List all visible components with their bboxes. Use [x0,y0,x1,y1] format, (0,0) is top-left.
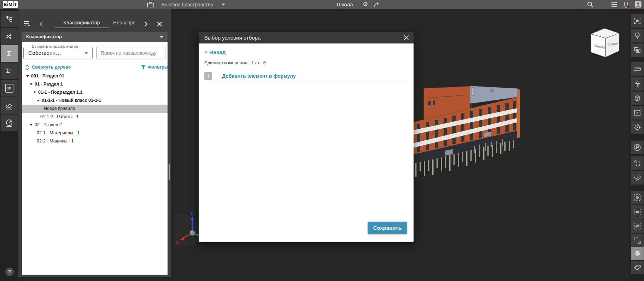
caret-down-icon[interactable] [30,124,33,126]
tree-node[interactable]: 01-1-1 - Новый класс 01-1-1 [22,96,168,105]
caret-down-icon[interactable] [30,83,33,85]
tool-vegetation[interactable] [631,29,644,42]
floorplan-icon [633,109,642,117]
tool-2d-view[interactable]: 2D [1,80,18,96]
tree-node-selected[interactable]: Новое правило [22,105,168,113]
tree-node[interactable]: 02-1 - Материалы - 1 [22,129,168,137]
tool-gauge[interactable] [1,115,18,131]
tool-select-similar[interactable] [631,43,644,57]
filters-link[interactable]: Фильтры [147,65,168,70]
tool-section-flash[interactable] [631,77,644,90]
axis-x-label: X [176,240,179,244]
tree-node[interactable]: 01 - Раздел 1 [22,80,168,88]
tool-select-object[interactable] [631,14,644,28]
tree-icon [633,31,642,40]
sigma-plus-icon: Σ+ [6,68,12,74]
cube-section-icon [633,94,642,103]
app-logo: BıMıT [3,1,18,8]
filter-icon[interactable] [141,65,146,70]
save-button[interactable]: Сохранить [368,222,407,234]
search-icon[interactable] [587,1,594,8]
tool-flag-point[interactable] [631,141,644,154]
section-caret-icon [160,36,163,38]
tool-isolate-box[interactable] [631,191,644,204]
list-icon[interactable] [611,2,618,7]
tool-hierarchy[interactable] [1,11,18,27]
topbar-divider-right [579,0,579,9]
bell-icon[interactable] [622,1,631,8]
tree-node[interactable]: 01-1 - Подраздел 1.1 [22,88,168,96]
select-similar-icon [633,46,642,54]
2d-icon: 2D [5,84,13,93]
tool-floorplan[interactable] [631,106,644,119]
selection-set-icon: S [633,159,642,167]
app-window: Справа Сзади Z X BıMıT Базовое пространс… [0,0,644,281]
project-name[interactable]: Школа.. [337,0,356,9]
tool-clear-selection[interactable] [631,234,644,247]
workspace-caret-icon[interactable] [222,4,225,6]
classifier-select[interactable]: Выбрать классификатор Собственн… [23,47,93,59]
tabs-next-icon[interactable] [143,21,148,27]
tree-node[interactable]: 001 - Раздел 01 [22,72,168,80]
ruler-icon [633,65,642,73]
flash-icon [633,80,642,88]
tool-orbit[interactable] [631,261,644,274]
orbit-icon [633,263,642,272]
gauge-icon [5,119,13,127]
tool-target[interactable] [631,121,644,134]
dialog-close-icon[interactable] [403,35,409,41]
tool-connections[interactable] [1,28,18,45]
add-element-row: + Добавить элемент в формулу [204,72,295,80]
tool-sum-add[interactable]: Σ+ [1,63,18,79]
classifier-select-value: Собственн… [28,47,61,59]
panel-menu-icon[interactable] [23,21,31,27]
workspace-selector[interactable]: Базовое пространство [162,0,213,9]
hierarchy-icon [5,15,13,23]
tool-selection-set[interactable]: S [631,156,644,170]
right-toolbar: S 1 2 [630,9,644,281]
unit-of-measure-line: Единица измерения - 1 шт⚙ [204,60,267,65]
back-link[interactable]: < Назад [204,49,226,55]
view-cube[interactable]: Справа Сзади [586,25,623,60]
tool-sum[interactable]: Σ [1,45,18,62]
building-model [412,81,521,185]
topbar-divider [158,0,158,9]
tree-node[interactable]: 02 - Раздел 2 [22,121,168,129]
panel-close-icon[interactable] [156,21,163,27]
tool-numbered-axes[interactable]: 1 2 [631,171,644,185]
tool-cube-section[interactable] [631,92,644,105]
gear-icon[interactable]: ⚙ [363,0,368,9]
axis-z-label: Z [191,211,193,216]
add-element-link[interactable]: Добавить элемент в формулу [222,73,295,79]
briefcase-icon[interactable] [147,1,154,8]
help-button[interactable]: ? [5,268,14,276]
user-icon[interactable] [635,1,642,8]
tab-classifier[interactable]: Классификатор [55,20,109,28]
tool-trend-charts[interactable] [1,97,18,114]
tool-hide-box[interactable] [631,219,644,233]
tree-controls-row: Свернуть дерево Фильтры [22,64,168,71]
search-input[interactable] [96,47,165,59]
tab-active-underline [55,28,109,28]
panel-resize-handle[interactable] [169,164,170,180]
tabs-prev-icon[interactable] [39,21,45,27]
tab-unallocated[interactable]: Нераспре [113,20,139,28]
tool-show-box[interactable] [631,205,644,219]
caret-down-icon[interactable] [37,100,40,101]
section-title: Классификатор [26,32,168,42]
add-element-button[interactable]: + [204,72,212,80]
target-icon [633,123,642,131]
tool-ruler[interactable] [631,62,644,76]
top-bar: BıMıT Базовое пространство Школа.. ⚙ [0,0,644,9]
tree-node[interactable]: 02-2 - Машины - 1 [22,137,168,145]
section-header[interactable]: Классификатор [22,32,168,42]
tree-node[interactable]: 01-1-2 - Работы - 1 [22,113,168,121]
unfold-icon[interactable] [25,64,30,71]
caret-down-icon[interactable] [26,75,29,77]
collapse-tree-link[interactable]: Свернуть дерево [32,65,71,70]
share-icon[interactable] [373,1,380,8]
shuffle-icon [5,32,13,41]
caret-down-icon[interactable] [33,92,36,93]
tool-solid-cube[interactable] [631,247,644,260]
unit-gear-icon[interactable]: ⚙ [262,60,267,65]
